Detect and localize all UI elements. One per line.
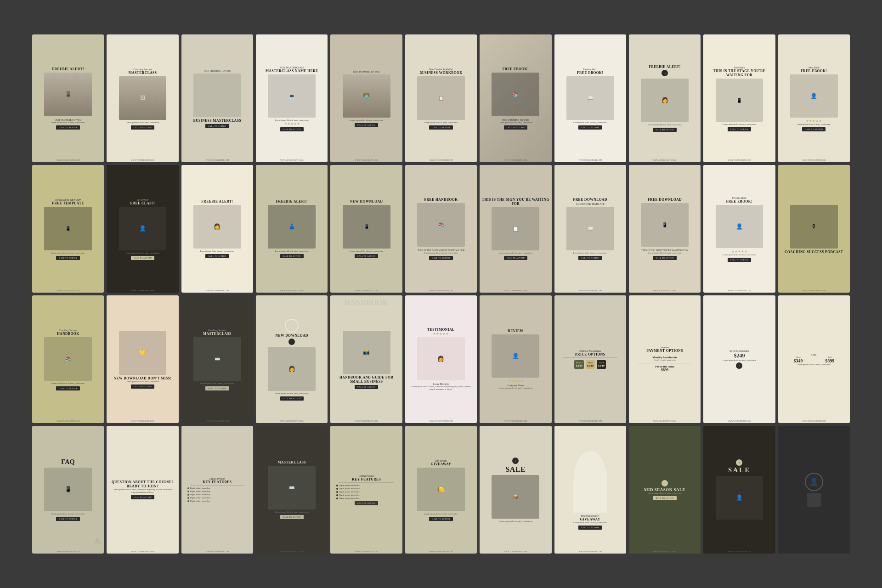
card-25[interactable]: Coaching Success MASTERCLASS ⌨️ Lorem ip… bbox=[181, 295, 253, 423]
card-22[interactable]: 🎙 Coaching Success PODCAST WWW.YOURWEBSI… bbox=[778, 165, 850, 293]
card-36-dot-4 bbox=[187, 497, 189, 499]
card-42-cta[interactable]: Roll to action bbox=[653, 496, 676, 500]
card-1[interactable]: FREEBIE ALERT! 📱 OUR PROMISE TO YOU Lore… bbox=[32, 34, 104, 162]
card-24[interactable]: 💛 NEW Download DON'T MISS! Lorem ipsum d… bbox=[107, 295, 178, 423]
card-22-icon: 🎙 bbox=[811, 223, 817, 230]
card-12-image: 📱 bbox=[44, 207, 92, 250]
card-15[interactable]: FREEBIE ALERT! 👗 Lorem ipsum dolor sit a… bbox=[256, 165, 328, 293]
card-32-body: Lorem ipsum dolor sit amet, consectetur. bbox=[723, 359, 757, 362]
card-42[interactable]: ✦ MID SEASON SALE Lorem ipsum dolor sit … bbox=[629, 426, 701, 554]
card-18-cta[interactable]: CALL TO ACTION bbox=[504, 256, 527, 260]
card-7[interactable]: FREE EBOOK! 📚 OUR PROMISE TO YOU Lorem i… bbox=[480, 34, 551, 162]
card-26-badge: ✦ bbox=[288, 339, 295, 345]
card-6-cta[interactable]: CALL TO ACTION bbox=[429, 125, 452, 130]
card-15-cta[interactable]: CALL TO ACTION bbox=[280, 254, 304, 258]
card-28[interactable]: TESTIMONIAL ★★★★★ 👩 Loura Michelle Lorem… bbox=[405, 295, 477, 423]
card-41-url: WWW.YOURWEBSITE.COM bbox=[578, 550, 602, 553]
card-31[interactable]: Payment Payment OPTIONS Monthly Instalme… bbox=[629, 295, 701, 423]
card-13[interactable]: IS IT NOW FREE CLASS! 👤 Lorem ipsum dolo… bbox=[107, 165, 178, 293]
card-35[interactable]: QUESTION ABOUT THE COURSE? READY TO JOIN… bbox=[107, 426, 178, 554]
card-5[interactable]: OUR PROMISE TO YOU 👩‍💻 Lorem ipsum dolor… bbox=[330, 34, 402, 162]
card-2-cta[interactable]: CALL TO ACTION bbox=[131, 125, 154, 130]
card-2[interactable]: Coaching Success MASTERCLASS 🖼 Lorem ips… bbox=[107, 34, 178, 162]
card-32[interactable]: Silver Membership $249 Lorem ipsum dolor… bbox=[703, 295, 775, 423]
card-24-cta[interactable]: CALL TO ACTION bbox=[131, 384, 154, 389]
card-26-url: WWW.YOURWEBSITE.COM bbox=[280, 420, 304, 422]
card-43-icon: 👤 bbox=[736, 494, 743, 501]
card-23[interactable]: Coaching Success HANDBOOK 📚 Lorem ipsum … bbox=[32, 295, 104, 423]
card-41-cta[interactable]: CALL TO ACTION bbox=[578, 526, 602, 530]
card-26[interactable]: NEW Download ✦ 👩 Lorem ipsum dolor sit a… bbox=[256, 295, 328, 423]
card-16-cta[interactable]: CALL TO ACTION bbox=[355, 254, 378, 258]
card-25-cta[interactable]: CALL TO ACTION bbox=[205, 386, 229, 390]
card-13-cta[interactable]: CALL TO ACTION bbox=[131, 256, 154, 260]
card-8-cta[interactable]: CALL TO ACTION bbox=[578, 125, 602, 130]
card-12-cta[interactable]: CALL TO ACTION bbox=[56, 256, 79, 260]
card-14[interactable]: Freebie Alert! 👩 Lorem ipsum dolor sit a… bbox=[181, 165, 253, 293]
card-16[interactable]: NEW Download 📱 Lorem ipsum dolor sit ame… bbox=[330, 165, 402, 293]
card-37[interactable]: MASTERCLASS ⌨️ Lorem ipsum dolor sit ame… bbox=[256, 426, 328, 554]
card-36[interactable]: Digital Product KEY FEATURES Digital pro… bbox=[181, 426, 253, 554]
card-21[interactable]: Freebie Alert! FREE EBOOK! 👤 ★★★★★ Lorem… bbox=[703, 165, 775, 293]
card-41[interactable]: First Opportunity! GIVEAWAY Lorem ipsum … bbox=[554, 426, 626, 554]
card-40[interactable]: ✦ SALE 📦 Lorem ipsum dolor sit amet, con… bbox=[480, 426, 551, 554]
card-19[interactable]: Free Download GUIDEBOOK TEMPLATE 📖 Lorem… bbox=[554, 165, 626, 293]
card-27[interactable]: HANDBOOK 📸 HANDBOOK AND GUIDE for Small … bbox=[330, 295, 402, 423]
card-2-title: MASTERCLASS bbox=[129, 71, 157, 75]
card-43[interactable]: ✦ SALE 👤 WWW.YOURWEBSITE.COM bbox=[703, 426, 775, 554]
card-7-cta[interactable]: CALL TO ACTION bbox=[504, 125, 527, 130]
card-5-cta[interactable]: CALL TO ACTION bbox=[355, 123, 378, 127]
card-27-cta[interactable]: CALL TO ACTION bbox=[355, 385, 378, 389]
card-12-url: WWW.YOURWEBSITE.COM bbox=[57, 289, 80, 292]
card-18[interactable]: THIS IS THE SIGN YOU'RE WAITING FOR 📋 Lo… bbox=[480, 165, 551, 293]
card-12[interactable]: Download the NEW APP FREE TEMPLATE 📱 Lor… bbox=[32, 165, 104, 293]
card-10[interactable]: New Book THIS IS THE STAGE YOU'RE WAITIN… bbox=[703, 34, 775, 162]
card-33-body: Lorem ipsum dolor sit amet, consectetur. bbox=[797, 363, 831, 366]
card-3-subtitle: OUR PROMISE TO YOU bbox=[204, 69, 231, 72]
card-35-cta[interactable]: CALL TO ACTION bbox=[131, 495, 154, 499]
card-23-cta[interactable]: CALL TO ACTION bbox=[56, 386, 79, 390]
card-39-cta[interactable]: CALL TO ACTION bbox=[429, 517, 452, 521]
card-41-body: Lorem ipsum dolor sit amet, consectetur. bbox=[573, 521, 607, 524]
card-33[interactable]: Gold Gold $349 Full $899 Lorem ipsum dol… bbox=[778, 295, 850, 423]
card-14-title: Freebie Alert! bbox=[201, 199, 233, 204]
card-19-cta[interactable]: CALL TO ACTION bbox=[578, 256, 602, 260]
card-10-cta[interactable]: CALL TO ACTION bbox=[728, 127, 751, 131]
card-35-title: QUESTION ABOUT THE COURSE? READY TO JOIN… bbox=[108, 480, 176, 488]
card-4-cta[interactable]: CALL TO ACTION bbox=[280, 127, 304, 131]
card-18-icon: 📋 bbox=[512, 226, 519, 232]
card-35-body: Lorem ipsum dolor sit amet, consectetur … bbox=[112, 488, 174, 494]
card-11-cta[interactable]: CALL TO ACTION bbox=[802, 127, 825, 131]
card-38-dot-1 bbox=[336, 485, 338, 486]
card-24-icon: 💛 bbox=[139, 350, 146, 356]
card-27-image: 📸 bbox=[343, 331, 390, 374]
card-9-cta[interactable]: CALL TO ACTION bbox=[653, 128, 676, 132]
card-3-cta[interactable]: CALL TO ACTION bbox=[205, 124, 229, 128]
card-3[interactable]: OUR PROMISE TO YOU BUSINESS MASTERCLASS … bbox=[181, 34, 253, 162]
card-20-cta[interactable]: CALL TO ACTION bbox=[653, 256, 676, 260]
card-34-cta[interactable]: CALL TO ACTION bbox=[56, 517, 79, 521]
card-17[interactable]: FREE Handbook 📚 THIS IS THE SIGN YOU'RE … bbox=[405, 165, 477, 293]
card-38[interactable]: Digital Product KEY FEATURES Digital pro… bbox=[330, 426, 402, 554]
card-4[interactable]: NEW MASTERCLASS MASTERCLASS NAME HERE 💻 … bbox=[256, 34, 328, 162]
card-29-body: Lorem ipsum dolor sit amet, consectetur. bbox=[499, 387, 533, 390]
card-6[interactable]: New Freebie Available! BUSINESS WORKBOOK… bbox=[405, 34, 477, 162]
card-38-cta[interactable]: CALL TO ACTION bbox=[355, 501, 378, 505]
card-39[interactable]: Join to win! GIVEAWAY 🍋 Lorem ipsum dolo… bbox=[405, 426, 477, 554]
card-21-cta[interactable]: CALL TO ACTION bbox=[728, 258, 751, 262]
card-30[interactable]: Business Masterclass PRICE OPTIONS Bronz… bbox=[554, 295, 626, 423]
card-17-cta[interactable]: CALL TO ACTION bbox=[429, 256, 452, 260]
card-20[interactable]: Free Download 📱 THIS IS THE SIGN YOU'RE … bbox=[629, 165, 701, 293]
card-34[interactable]: FAQ 📱 & Lorem ipsum dolor sit amet, cons… bbox=[32, 426, 104, 554]
card-36-text-2: Digital product feature here bbox=[190, 490, 210, 492]
card-9[interactable]: FREEBIE ALERT! ✦ 👩 Lorem ipsum dolor sit… bbox=[629, 34, 701, 162]
card-11[interactable]: New Book FREE EBOOK! 👤 ★★★★★ Lorem ipsum… bbox=[778, 34, 850, 162]
card-37-cta[interactable]: CALL TO ACTION bbox=[280, 515, 304, 519]
card-8[interactable]: Freebie Alert! FREE EBOOK! 📖 Lorem ipsum… bbox=[554, 34, 626, 162]
card-26-cta[interactable]: CALL TO ACTION bbox=[280, 396, 304, 401]
card-28-title: TESTIMONIAL bbox=[427, 328, 454, 332]
card-5-subtitle: OUR PROMISE TO YOU bbox=[353, 70, 379, 73]
card-29[interactable]: REVIEW 👤 ★★★★★ Customer Name Lorem ipsum… bbox=[480, 295, 551, 423]
card-1-cta[interactable]: CALL TO ACTION bbox=[56, 125, 79, 130]
card-14-cta[interactable]: CALL TO ACTION bbox=[205, 254, 229, 258]
